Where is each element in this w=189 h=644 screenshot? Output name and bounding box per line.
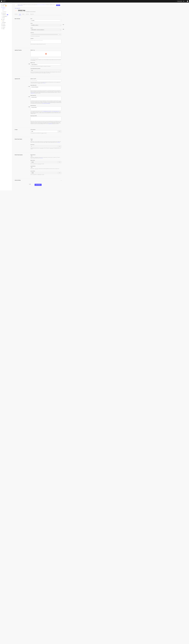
copy-icon[interactable]: ⧉: [60, 34, 60, 35]
idtoken-exp-help: This setting allows you to set the lifet…: [30, 133, 62, 134]
sidebar-item-label: User Management: [2, 16, 7, 16]
view-plans-button[interactable]: View Plans: [56, 4, 60, 6]
sidebar-item-actions[interactable]: ⚡Actions›: [0, 20, 12, 22]
reveal-icon[interactable]: 👁: [59, 34, 60, 35]
abs-exp-toggle[interactable]: [30, 156, 32, 156]
logout-textarea[interactable]: http://localhost:4200: [30, 96, 62, 100]
sidebar-item-settings[interactable]: ⚙Settings: [0, 28, 12, 30]
nav-icon: ⚙: [1, 28, 2, 29]
nav-icon: ⊞: [1, 25, 2, 26]
notifications-icon[interactable]: △: [186, 1, 186, 2]
abslife-help: Sets the absolute lifetime of a refresh_…: [30, 164, 62, 164]
cors-help: Allowed Origins are URLs that will be al…: [30, 121, 62, 124]
section-title-basic: Basic Information: [15, 18, 29, 46]
sidebar-item-applications[interactable]: ▦Applications: [0, 6, 12, 8]
auth0-logo[interactable]: ֍: [1, 1, 2, 2]
nav-icon: ◉: [1, 6, 2, 6]
callback-textarea[interactable]: http://localhost:4200/profile: [30, 86, 62, 90]
banner-text: Thank you for signing up for Auth0! You …: [18, 4, 55, 6]
unit-seconds: seconds: [58, 161, 62, 163]
copy-icon[interactable]: ⧉: [60, 30, 60, 30]
sidebar-item-marketplace[interactable]: ⊞Marketplace: [0, 25, 12, 26]
tokenauth-select: None: [30, 69, 62, 72]
tab-connections[interactable]: Connections: [26, 13, 29, 15]
docs-link[interactable]: 📄 Docs: [183, 1, 185, 2]
sidebar-subitem-apis[interactable]: APIs: [0, 10, 12, 11]
desc-textarea[interactable]: Add a description in less than 140 chara…: [30, 39, 62, 44]
app-icon: ⬡: [15, 10, 17, 12]
search-icon[interactable]: ⌕: [176, 1, 176, 2]
inact-exp-toggle[interactable]: [30, 167, 32, 168]
sidebar-item-monitoring[interactable]: ▤Monitoring›: [0, 23, 12, 25]
domain-input: dev-5tf99p7c.us.auth0.com⧉: [30, 24, 62, 26]
back-link[interactable]: ‹ Back to Applications: [15, 8, 62, 9]
chevron-down-icon: ⌄: [61, 180, 62, 180]
logo-url-input[interactable]: 🔗https://path.to/my_logo.png: [30, 57, 62, 59]
name-input[interactable]: Default App⧉: [30, 20, 62, 22]
desc-label: Description: [30, 38, 62, 39]
inactlife-label: Inactivity Lifetime: [30, 171, 62, 172]
nav-icon: ⚡: [1, 20, 2, 21]
callout-3: ☞③: [28, 64, 30, 64]
logo-help: The URL of the logo to display for the a…: [30, 60, 62, 61]
learn-more-link[interactable]: Learn more: [58, 142, 60, 143]
org-url-link[interactable]: Organization URL: [48, 124, 52, 124]
learn-more-link[interactable]: Learn more: [43, 83, 46, 83]
login-input[interactable]: https://myapp.org/login: [30, 80, 62, 82]
warning-icon: ▭: [16, 5, 17, 6]
desc-help: A free text description of the applicati…: [30, 44, 62, 44]
app-header: ⬡ Default App Single Page Application Cl…: [15, 10, 62, 12]
sidebar-item-authentication[interactable]: ⌘Authentication›: [0, 12, 12, 14]
reuse-input: 0: [30, 145, 58, 148]
cors-textarea[interactable]: [30, 116, 62, 121]
chevron-right-icon: ›: [10, 13, 11, 14]
callout-7: ☞⑦: [29, 184, 30, 185]
sidebar-item-organizations[interactable]: ▭OrganizationsNEW›: [0, 14, 12, 16]
device-flow-link[interactable]: Device Flow: [48, 111, 51, 112]
web-message-link[interactable]: web message response mode: [52, 111, 59, 112]
inact-exp-help: When enabled, a refresh_token will expir…: [30, 168, 62, 169]
sidebar-item-security[interactable]: ⛨Security›: [0, 18, 12, 20]
copy-icon[interactable]: ⧉: [60, 20, 60, 21]
tabs: Quick StartSettingsAddonsConnectionsOrga…: [15, 13, 62, 15]
banner-billing-link[interactable]: billing information here: [18, 5, 22, 6]
section-title-uris: Application URIs: [15, 78, 29, 126]
sidebar-item-getting-started[interactable]: ▶Getting Started: [0, 4, 12, 5]
chevron-right-icon: ›: [10, 19, 11, 20]
save-button[interactable]: Save Changes: [34, 184, 42, 186]
rotation-toggle[interactable]: [30, 140, 32, 141]
advanced-settings-toggle[interactable]: Advanced Settings ⌄: [15, 178, 62, 182]
apptype-select[interactable]: Single Page Application: [30, 64, 62, 66]
webo-textarea[interactable]: http://localhost:4200: [30, 106, 62, 111]
sidebar-item-auth-pipeline[interactable]: ↗Auth Pipeline›: [0, 22, 12, 23]
apptype-help: The type of application will determine w…: [30, 66, 62, 67]
learn-more-link[interactable]: Learn more: [40, 158, 43, 158]
tenant-switcher[interactable]: dev-5tf99p7c Development: [2, 1, 6, 2]
sidebar-item-extensions[interactable]: ⊕Extensions: [0, 26, 12, 28]
org-url-link[interactable]: Organization URL: [30, 93, 34, 94]
clientid-input: GBPB42qhMRCtvrwGWYxw5cbhKKk8nzG⧉: [30, 29, 62, 31]
avatar[interactable]: [187, 1, 188, 2]
rotation-help: When enabled, as a result of exchanging …: [30, 142, 62, 143]
nav-icon: ☺: [1, 16, 2, 16]
tab-settings[interactable]: Settings: [19, 13, 21, 15]
sidebar-subitem-sso-integrations[interactable]: SSO Integrations: [0, 11, 12, 12]
webo-label: Allowed Web Origins: [30, 105, 62, 106]
tab-addons[interactable]: Addons: [22, 13, 24, 15]
tab-quick-start[interactable]: Quick Start: [15, 13, 18, 15]
tab-organizations[interactable]: Organizations: [30, 13, 34, 15]
section-title-expiration: Refresh Token Expiration: [15, 154, 29, 176]
coa-link[interactable]: Cross-Origin Authentication: [42, 111, 48, 112]
chevron-down-icon[interactable]: ▾: [6, 1, 7, 2]
logout-docs-link[interactable]: https://auth0.com/docs/login/logout: [42, 103, 50, 104]
sidebar-item-activity[interactable]: ◉ActivityFIRST›: [0, 5, 12, 6]
nav-icon: ✎: [1, 18, 2, 18]
discuss-button[interactable]: Discuss your needs: [177, 1, 182, 2]
sidebar-item-user-management[interactable]: ☺User Management›: [0, 16, 12, 17]
sidebar-subitem-applications[interactable]: Applications: [0, 8, 12, 10]
banner-features-link[interactable]: features that are not in the Starter pla…: [37, 4, 46, 5]
idtoken-exp-input[interactable]: 36000: [30, 130, 58, 132]
domain-label: Domain: [30, 23, 62, 24]
sidebar-item-branding[interactable]: ✎Branding›: [0, 17, 12, 18]
copy-icon[interactable]: ⧉: [60, 25, 60, 26]
